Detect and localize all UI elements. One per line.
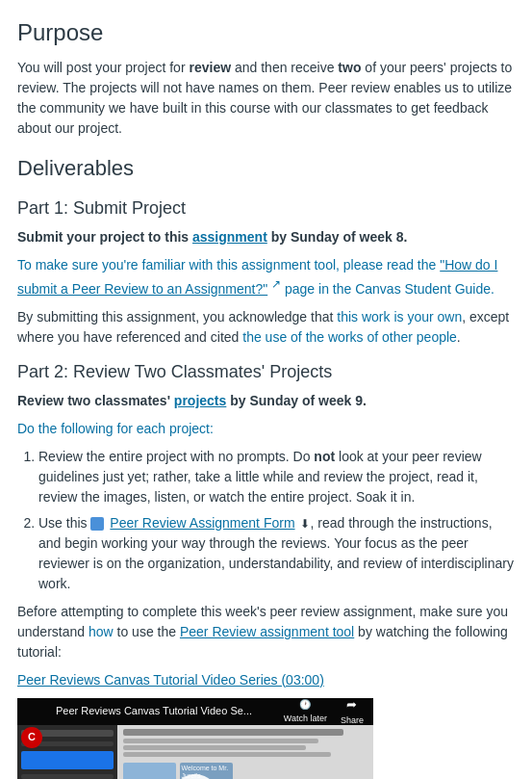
purpose-paragraph: You will post your project for review an… bbox=[17, 58, 515, 139]
part1-link-line: To make sure you're familiar with this a… bbox=[17, 255, 515, 299]
peer-form-icon bbox=[90, 517, 104, 531]
list-item-2: Use this Peer Review Assignment Form ⬇, … bbox=[38, 513, 515, 594]
watch-later-label: Watch later bbox=[284, 713, 327, 726]
download-icon: ⬇ bbox=[300, 515, 310, 532]
part1-bold-line: Submit your project to this assignment b… bbox=[17, 227, 515, 247]
video-series-link-text: Peer Reviews Canvas Tutorial Video Serie… bbox=[17, 670, 515, 690]
how-to-submit-link[interactable]: "How do I submit a Peer Review to an Ass… bbox=[17, 257, 497, 297]
part2-heading: Part 2: Review Two Classmates' Projects bbox=[17, 359, 515, 385]
watch-later-button[interactable]: 🕐 Watch later bbox=[284, 698, 327, 726]
part1-acknowledge-line: By submitting this assignment, you ackno… bbox=[17, 307, 515, 348]
part2-bold-line: Review two classmates' projects by Sunda… bbox=[17, 391, 515, 411]
video-top-bar: C Peer Reviews Canvas Tutorial Video Se.… bbox=[17, 698, 373, 725]
video-series-link[interactable]: Peer Reviews Canvas Tutorial Video Serie… bbox=[17, 672, 324, 688]
part2-list: Review the entire project with no prompt… bbox=[38, 447, 515, 594]
part1-heading: Part 1: Submit Project bbox=[17, 195, 515, 221]
before-para: Before attempting to complete this week'… bbox=[17, 602, 515, 662]
channel-badge: C bbox=[21, 727, 42, 748]
share-icon: ➦ bbox=[346, 698, 357, 714]
part2-blue-line: Do the following for each project: bbox=[17, 419, 515, 439]
external-link-icon: ↗ bbox=[271, 277, 281, 290]
peer-review-form-link[interactable]: Peer Review Assignment Form bbox=[110, 515, 294, 531]
deliverables-heading: Deliverables bbox=[17, 152, 515, 184]
share-button[interactable]: ➦ Share bbox=[341, 698, 364, 728]
video-title: Peer Reviews Canvas Tutorial Video Se... bbox=[27, 703, 270, 719]
assignment-link[interactable]: assignment bbox=[192, 229, 267, 245]
purpose-heading: Purpose bbox=[17, 15, 515, 50]
list-item-1: Review the entire project with no prompt… bbox=[38, 447, 515, 507]
video-embed[interactable]: C Peer Reviews Canvas Tutorial Video Se.… bbox=[17, 698, 373, 779]
video-content-area: Welcome to Mr. Jurel's Introductory Biol… bbox=[17, 725, 373, 779]
clock-icon: 🕐 bbox=[299, 698, 311, 712]
projects-link[interactable]: projects bbox=[174, 393, 226, 408]
peer-review-tool-link[interactable]: Peer Review assignment tool bbox=[180, 624, 354, 639]
